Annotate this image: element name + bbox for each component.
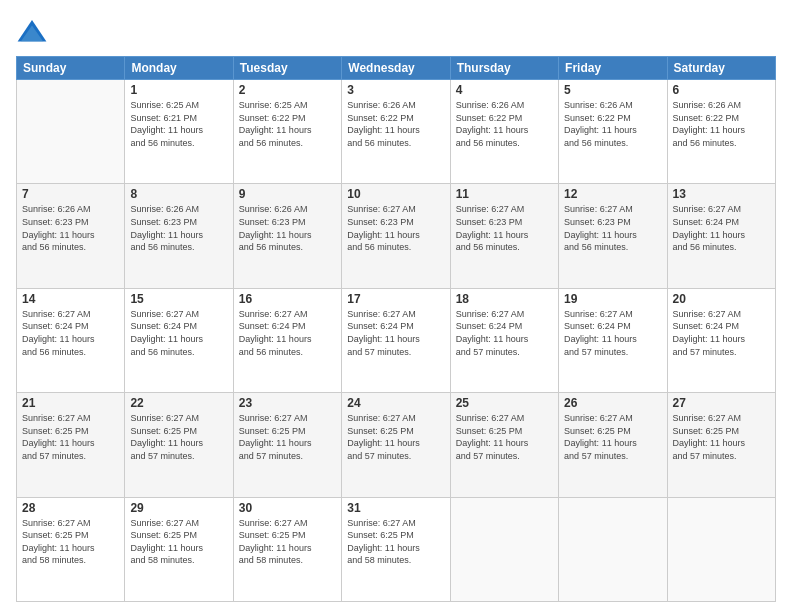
day-number: 25 <box>456 396 553 410</box>
day-number: 26 <box>564 396 661 410</box>
day-number: 8 <box>130 187 227 201</box>
calendar-week-row: 1Sunrise: 6:25 AMSunset: 6:21 PMDaylight… <box>17 80 776 184</box>
cell-info: Sunrise: 6:27 AMSunset: 6:25 PMDaylight:… <box>130 412 227 462</box>
cell-info: Sunrise: 6:27 AMSunset: 6:24 PMDaylight:… <box>130 308 227 358</box>
page: SundayMondayTuesdayWednesdayThursdayFrid… <box>0 0 792 612</box>
calendar-cell: 26Sunrise: 6:27 AMSunset: 6:25 PMDayligh… <box>559 393 667 497</box>
calendar-cell: 4Sunrise: 6:26 AMSunset: 6:22 PMDaylight… <box>450 80 558 184</box>
calendar-cell <box>559 497 667 601</box>
day-number: 21 <box>22 396 119 410</box>
header <box>16 16 776 48</box>
day-number: 12 <box>564 187 661 201</box>
calendar-cell: 30Sunrise: 6:27 AMSunset: 6:25 PMDayligh… <box>233 497 341 601</box>
day-header-saturday: Saturday <box>667 57 775 80</box>
day-number: 30 <box>239 501 336 515</box>
calendar-cell: 21Sunrise: 6:27 AMSunset: 6:25 PMDayligh… <box>17 393 125 497</box>
calendar-cell: 3Sunrise: 6:26 AMSunset: 6:22 PMDaylight… <box>342 80 450 184</box>
day-header-friday: Friday <box>559 57 667 80</box>
day-number: 10 <box>347 187 444 201</box>
cell-info: Sunrise: 6:27 AMSunset: 6:24 PMDaylight:… <box>239 308 336 358</box>
calendar-cell: 7Sunrise: 6:26 AMSunset: 6:23 PMDaylight… <box>17 184 125 288</box>
day-header-monday: Monday <box>125 57 233 80</box>
day-number: 31 <box>347 501 444 515</box>
cell-info: Sunrise: 6:27 AMSunset: 6:25 PMDaylight:… <box>564 412 661 462</box>
day-number: 15 <box>130 292 227 306</box>
day-number: 9 <box>239 187 336 201</box>
logo-icon <box>16 16 48 48</box>
day-number: 11 <box>456 187 553 201</box>
cell-info: Sunrise: 6:27 AMSunset: 6:25 PMDaylight:… <box>239 517 336 567</box>
day-number: 20 <box>673 292 770 306</box>
calendar-cell: 15Sunrise: 6:27 AMSunset: 6:24 PMDayligh… <box>125 288 233 392</box>
calendar-week-row: 28Sunrise: 6:27 AMSunset: 6:25 PMDayligh… <box>17 497 776 601</box>
day-number: 5 <box>564 83 661 97</box>
calendar-header-row: SundayMondayTuesdayWednesdayThursdayFrid… <box>17 57 776 80</box>
day-number: 22 <box>130 396 227 410</box>
calendar-cell <box>17 80 125 184</box>
calendar-cell: 27Sunrise: 6:27 AMSunset: 6:25 PMDayligh… <box>667 393 775 497</box>
day-number: 4 <box>456 83 553 97</box>
cell-info: Sunrise: 6:27 AMSunset: 6:25 PMDaylight:… <box>130 517 227 567</box>
calendar-cell: 5Sunrise: 6:26 AMSunset: 6:22 PMDaylight… <box>559 80 667 184</box>
cell-info: Sunrise: 6:26 AMSunset: 6:23 PMDaylight:… <box>22 203 119 253</box>
calendar-cell: 20Sunrise: 6:27 AMSunset: 6:24 PMDayligh… <box>667 288 775 392</box>
day-number: 16 <box>239 292 336 306</box>
calendar-cell: 28Sunrise: 6:27 AMSunset: 6:25 PMDayligh… <box>17 497 125 601</box>
cell-info: Sunrise: 6:27 AMSunset: 6:23 PMDaylight:… <box>564 203 661 253</box>
cell-info: Sunrise: 6:27 AMSunset: 6:24 PMDaylight:… <box>22 308 119 358</box>
calendar-cell: 29Sunrise: 6:27 AMSunset: 6:25 PMDayligh… <box>125 497 233 601</box>
day-number: 1 <box>130 83 227 97</box>
day-number: 13 <box>673 187 770 201</box>
cell-info: Sunrise: 6:27 AMSunset: 6:24 PMDaylight:… <box>673 308 770 358</box>
cell-info: Sunrise: 6:25 AMSunset: 6:21 PMDaylight:… <box>130 99 227 149</box>
calendar-cell: 14Sunrise: 6:27 AMSunset: 6:24 PMDayligh… <box>17 288 125 392</box>
cell-info: Sunrise: 6:27 AMSunset: 6:24 PMDaylight:… <box>347 308 444 358</box>
calendar-week-row: 7Sunrise: 6:26 AMSunset: 6:23 PMDaylight… <box>17 184 776 288</box>
calendar-cell: 11Sunrise: 6:27 AMSunset: 6:23 PMDayligh… <box>450 184 558 288</box>
day-number: 2 <box>239 83 336 97</box>
calendar-cell: 19Sunrise: 6:27 AMSunset: 6:24 PMDayligh… <box>559 288 667 392</box>
cell-info: Sunrise: 6:26 AMSunset: 6:22 PMDaylight:… <box>673 99 770 149</box>
calendar-week-row: 21Sunrise: 6:27 AMSunset: 6:25 PMDayligh… <box>17 393 776 497</box>
cell-info: Sunrise: 6:26 AMSunset: 6:22 PMDaylight:… <box>347 99 444 149</box>
day-number: 3 <box>347 83 444 97</box>
day-number: 29 <box>130 501 227 515</box>
cell-info: Sunrise: 6:27 AMSunset: 6:25 PMDaylight:… <box>22 412 119 462</box>
calendar-cell: 24Sunrise: 6:27 AMSunset: 6:25 PMDayligh… <box>342 393 450 497</box>
cell-info: Sunrise: 6:26 AMSunset: 6:23 PMDaylight:… <box>130 203 227 253</box>
calendar-cell: 13Sunrise: 6:27 AMSunset: 6:24 PMDayligh… <box>667 184 775 288</box>
day-number: 24 <box>347 396 444 410</box>
day-number: 28 <box>22 501 119 515</box>
calendar-cell: 16Sunrise: 6:27 AMSunset: 6:24 PMDayligh… <box>233 288 341 392</box>
cell-info: Sunrise: 6:27 AMSunset: 6:25 PMDaylight:… <box>673 412 770 462</box>
cell-info: Sunrise: 6:27 AMSunset: 6:25 PMDaylight:… <box>239 412 336 462</box>
day-number: 7 <box>22 187 119 201</box>
day-header-thursday: Thursday <box>450 57 558 80</box>
cell-info: Sunrise: 6:25 AMSunset: 6:22 PMDaylight:… <box>239 99 336 149</box>
day-number: 17 <box>347 292 444 306</box>
logo <box>16 16 52 48</box>
calendar-cell: 6Sunrise: 6:26 AMSunset: 6:22 PMDaylight… <box>667 80 775 184</box>
calendar-cell: 31Sunrise: 6:27 AMSunset: 6:25 PMDayligh… <box>342 497 450 601</box>
cell-info: Sunrise: 6:27 AMSunset: 6:24 PMDaylight:… <box>456 308 553 358</box>
calendar-cell: 25Sunrise: 6:27 AMSunset: 6:25 PMDayligh… <box>450 393 558 497</box>
cell-info: Sunrise: 6:27 AMSunset: 6:24 PMDaylight:… <box>564 308 661 358</box>
cell-info: Sunrise: 6:27 AMSunset: 6:23 PMDaylight:… <box>456 203 553 253</box>
calendar-cell: 18Sunrise: 6:27 AMSunset: 6:24 PMDayligh… <box>450 288 558 392</box>
day-number: 19 <box>564 292 661 306</box>
calendar-cell: 9Sunrise: 6:26 AMSunset: 6:23 PMDaylight… <box>233 184 341 288</box>
calendar-cell: 1Sunrise: 6:25 AMSunset: 6:21 PMDaylight… <box>125 80 233 184</box>
calendar-cell: 17Sunrise: 6:27 AMSunset: 6:24 PMDayligh… <box>342 288 450 392</box>
calendar-week-row: 14Sunrise: 6:27 AMSunset: 6:24 PMDayligh… <box>17 288 776 392</box>
day-header-tuesday: Tuesday <box>233 57 341 80</box>
calendar-cell: 2Sunrise: 6:25 AMSunset: 6:22 PMDaylight… <box>233 80 341 184</box>
cell-info: Sunrise: 6:27 AMSunset: 6:25 PMDaylight:… <box>456 412 553 462</box>
day-number: 14 <box>22 292 119 306</box>
cell-info: Sunrise: 6:27 AMSunset: 6:24 PMDaylight:… <box>673 203 770 253</box>
calendar-cell: 10Sunrise: 6:27 AMSunset: 6:23 PMDayligh… <box>342 184 450 288</box>
calendar-cell <box>450 497 558 601</box>
calendar-cell: 12Sunrise: 6:27 AMSunset: 6:23 PMDayligh… <box>559 184 667 288</box>
cell-info: Sunrise: 6:26 AMSunset: 6:22 PMDaylight:… <box>564 99 661 149</box>
cell-info: Sunrise: 6:27 AMSunset: 6:25 PMDaylight:… <box>22 517 119 567</box>
calendar-cell: 8Sunrise: 6:26 AMSunset: 6:23 PMDaylight… <box>125 184 233 288</box>
